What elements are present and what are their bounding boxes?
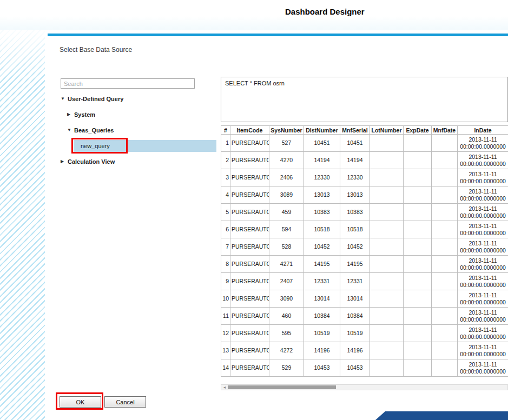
table-cell	[370, 221, 404, 238]
table-cell	[370, 308, 404, 325]
datasource-tree: ▼User-Defined Query▶System▼Beas_Queriesn…	[61, 93, 216, 171]
table-cell: 1	[221, 135, 230, 152]
table-row[interactable]: 13PURSERAUTO427214196141962013-11-11 00:…	[221, 342, 508, 359]
table-row[interactable]: 2PURSERAUTO427014194141942013-11-11 00:0…	[221, 152, 508, 169]
search-input[interactable]	[61, 78, 195, 89]
table-cell: 2013-11-11 00:00:00.0000000	[458, 135, 508, 152]
table-cell	[404, 290, 432, 308]
table-row[interactable]: 6PURSERAUTO59410518105182013-11-11 00:00…	[221, 221, 508, 238]
table-cell: 595	[269, 325, 304, 342]
tree-item-label: User-Defined Query	[68, 96, 123, 102]
table-cell: 12331	[304, 273, 340, 290]
column-header-indate[interactable]: InDate	[458, 126, 508, 135]
table-cell: 10383	[340, 204, 370, 221]
collapse-icon[interactable]: ▼	[61, 93, 68, 105]
table-cell: 12331	[340, 273, 370, 290]
table-cell: 2013-11-11 00:00:00.0000000	[458, 359, 508, 377]
table-cell: 2013-11-11 00:00:00.0000000	[458, 186, 508, 204]
table-cell: 529	[269, 359, 304, 377]
tree-item-user-defined-query[interactable]: ▼User-Defined Query	[61, 93, 216, 105]
collapse-icon[interactable]: ▼	[67, 124, 74, 136]
table-cell: 10	[221, 290, 230, 308]
table-cell: 459	[269, 204, 304, 221]
tree-item-beas-queries[interactable]: ▼Beas_Queries	[67, 124, 216, 136]
table-cell: 10452	[304, 238, 340, 256]
table-cell: PURSERAUTO	[230, 221, 269, 238]
table-cell: PURSERAUTO	[230, 135, 269, 152]
table-cell: 2406	[269, 169, 304, 186]
table-row[interactable]: 7PURSERAUTO52810452104522013-11-11 00:00…	[221, 238, 508, 256]
table-row[interactable]: 10PURSERAUTO309013014130142013-11-11 00:…	[221, 290, 508, 308]
table-cell: 2013-11-11 00:00:00.0000000	[458, 342, 508, 359]
table-row[interactable]: 5PURSERAUTO45910383103832013-11-11 00:00…	[221, 204, 508, 221]
table-cell	[432, 359, 458, 377]
scrollbar-thumb[interactable]	[228, 385, 336, 389]
scroll-left-icon[interactable]: ◄	[222, 385, 227, 390]
table-row[interactable]: 1PURSERAUTO52710451104512013-11-11 00:00…	[221, 135, 508, 152]
result-table-body: 1PURSERAUTO52710451104512013-11-11 00:00…	[221, 135, 508, 377]
table-cell: 13014	[340, 290, 370, 308]
table-cell: PURSERAUTO	[230, 273, 269, 290]
column-header-num[interactable]: #	[221, 126, 230, 135]
table-cell: 10383	[304, 204, 340, 221]
column-header-mnfserial[interactable]: MnfSerial	[340, 126, 370, 135]
table-cell	[370, 238, 404, 256]
table-row[interactable]: 11PURSERAUTO46010384103842013-11-11 00:0…	[221, 308, 508, 325]
table-cell	[404, 169, 432, 186]
table-cell: 14196	[304, 342, 340, 359]
table-row[interactable]: 9PURSERAUTO240712331123312013-11-11 00:0…	[221, 273, 508, 290]
table-cell	[432, 273, 458, 290]
table-cell	[404, 308, 432, 325]
table-cell: PURSERAUTO	[230, 359, 269, 377]
table-cell: 10384	[340, 308, 370, 325]
table-row[interactable]: 12PURSERAUTO59510519105192013-11-11 00:0…	[221, 325, 508, 342]
column-header-expdate[interactable]: ExpDate	[404, 126, 432, 135]
tree-item-label: Beas_Queries	[74, 127, 114, 134]
table-cell: 2013-11-11 00:00:00.0000000	[458, 204, 508, 221]
table-cell: 2	[221, 152, 230, 169]
table-cell: 10384	[304, 308, 340, 325]
table-cell: 10451	[304, 135, 340, 152]
table-cell	[432, 152, 458, 169]
table-row[interactable]: 8PURSERAUTO427114195141952013-11-11 00:0…	[221, 256, 508, 273]
table-row[interactable]: 14PURSERAUTO52910453104532013-11-11 00:0…	[221, 359, 508, 377]
column-header-distnumber[interactable]: DistNumber	[304, 126, 340, 135]
table-cell	[370, 359, 404, 377]
table-cell	[404, 342, 432, 359]
table-cell	[370, 204, 404, 221]
table-cell	[404, 325, 432, 342]
result-table-head: #ItemCodeSysNumberDistNumberMnfSerialLot…	[221, 126, 508, 135]
tree-item-system[interactable]: ▶System	[67, 109, 216, 121]
table-cell: 14195	[304, 256, 340, 273]
sql-preview[interactable]: SELECT * FROM osrn	[221, 77, 508, 122]
tree-item-new-query[interactable]: new_query	[74, 140, 216, 152]
column-header-mnfdate[interactable]: MnfDate	[432, 126, 458, 135]
table-cell: 14	[221, 359, 230, 377]
table-cell: 13	[221, 342, 230, 359]
table-cell: 2407	[269, 273, 304, 290]
expand-icon[interactable]: ▶	[67, 109, 74, 121]
table-cell: PURSERAUTO	[230, 342, 269, 359]
column-header-itemcode[interactable]: ItemCode	[230, 126, 269, 135]
table-cell: 3	[221, 169, 230, 186]
table-cell: PURSERAUTO	[230, 152, 269, 169]
dashboard-designer-window: Dashboard Designer Select Base Data Sour…	[0, 0, 508, 420]
table-row[interactable]: 4PURSERAUTO308913013130132013-11-11 00:0…	[221, 186, 508, 204]
column-header-lotnumber[interactable]: LotNumber	[370, 126, 404, 135]
table-cell: 2013-11-11 00:00:00.0000000	[458, 256, 508, 273]
table-row[interactable]: 3PURSERAUTO240612330123302013-11-11 00:0…	[221, 169, 508, 186]
table-cell: PURSERAUTO	[230, 204, 269, 221]
table-cell: 5	[221, 204, 230, 221]
horizontal-scrollbar[interactable]: ◄	[221, 384, 508, 390]
table-cell	[404, 135, 432, 152]
table-cell	[370, 290, 404, 308]
table-cell: 10451	[340, 135, 370, 152]
expand-icon[interactable]: ▶	[61, 156, 68, 168]
ok-button[interactable]: OK	[60, 396, 101, 408]
table-cell: 10518	[304, 221, 340, 238]
cancel-button[interactable]: Cancel	[104, 396, 146, 408]
tree-item-calculation-view[interactable]: ▶Calculation View	[61, 156, 216, 168]
table-cell	[404, 186, 432, 204]
column-header-sysnumber[interactable]: SysNumber	[269, 126, 304, 135]
table-cell: 4270	[269, 152, 304, 169]
